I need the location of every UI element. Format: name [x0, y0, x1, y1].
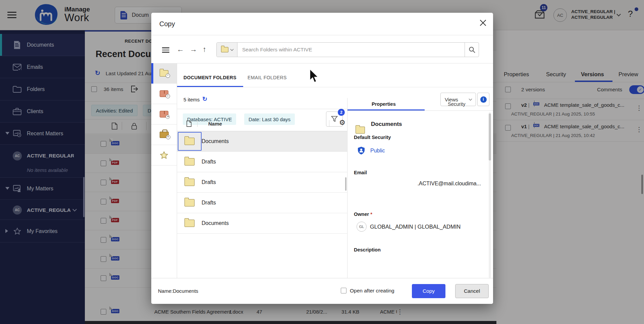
- clock-icon: [166, 94, 170, 98]
- rail-my-matters-icon[interactable]: [151, 104, 177, 125]
- panel-divider: [347, 98, 347, 278]
- folder-row-selected[interactable]: Documents: [177, 131, 347, 152]
- folder-name: Drafts: [202, 200, 216, 206]
- cancel-button[interactable]: Cancel: [455, 284, 489, 298]
- owner-label: Owner *: [354, 212, 372, 217]
- search-button[interactable]: [465, 43, 479, 57]
- items-count: 5 items: [183, 97, 200, 102]
- app-root: iManage Work Docum 11 AC ACTIVE_REGULAR …: [0, 0, 644, 324]
- star-icon: [159, 151, 169, 160]
- search-scope-dropdown[interactable]: [217, 43, 237, 57]
- owner-value: GLOBAL_ADMIN | GLOBAL_ADMIN: [370, 224, 481, 230]
- folder-icon: [184, 158, 195, 166]
- up-icon[interactable]: ↑: [203, 45, 206, 54]
- list-settings-gear-icon[interactable]: ⚙: [339, 119, 345, 127]
- mouse-cursor: [309, 69, 319, 84]
- tab-email-folders[interactable]: EMAIL FOLDERS: [248, 75, 287, 80]
- folder-name: Drafts: [202, 159, 216, 165]
- folder-name: Documents: [202, 220, 229, 226]
- divider: [177, 87, 493, 87]
- security-shield-icon: [358, 146, 365, 156]
- dialog-footer: Name:Documents Open after creating Copy …: [151, 278, 493, 304]
- divider: [177, 109, 347, 109]
- search-container: [216, 42, 479, 57]
- folder-icon: [221, 47, 228, 52]
- info-icon: i: [480, 96, 487, 103]
- clock-icon: [166, 74, 170, 78]
- list-header-type-icon[interactable]: [186, 121, 192, 128]
- dialog-tab-properties[interactable]: Properties: [372, 101, 396, 107]
- search-input[interactable]: [237, 47, 465, 53]
- default-security-label: Default Security: [354, 135, 391, 140]
- dialog-left-rail: [151, 63, 177, 278]
- description-label: Description: [354, 247, 381, 252]
- tab-document-folders[interactable]: DOCUMENT FOLDERS: [183, 75, 236, 80]
- dialog-menu-icon[interactable]: [162, 46, 169, 54]
- selected-indicator: [151, 63, 153, 84]
- rail-recent-matters-icon[interactable]: [151, 84, 177, 104]
- list-scrollbar[interactable]: [345, 177, 346, 191]
- funnel-icon: [331, 116, 338, 122]
- folder-name: Documents: [202, 138, 229, 144]
- rail-recent-folders-icon[interactable]: [151, 63, 177, 84]
- folder-row[interactable]: Drafts: [177, 172, 347, 193]
- divider: [151, 63, 493, 63]
- folder-name: Drafts: [202, 179, 216, 185]
- refresh-icon[interactable]: ↻: [202, 95, 207, 103]
- panel-scrollbar-thumb[interactable]: [489, 113, 491, 160]
- back-icon[interactable]: ←: [177, 45, 184, 54]
- rail-favorites-icon[interactable]: [151, 145, 177, 166]
- rail-recent-clients-icon[interactable]: [151, 125, 177, 145]
- divider: [197, 120, 198, 127]
- required-asterisk: *: [370, 212, 372, 217]
- copy-dialog: Copy ← → ↑: [151, 13, 493, 304]
- open-after-label: Open after creating: [350, 288, 394, 294]
- list-name-header[interactable]: Name: [208, 121, 222, 127]
- folder-icon: [184, 179, 195, 186]
- chevron-down-icon: [469, 97, 472, 101]
- copy-button[interactable]: Copy: [412, 284, 445, 298]
- folder-row[interactable]: Drafts: [177, 152, 347, 172]
- folder-icon: [184, 199, 195, 206]
- info-button[interactable]: i: [477, 93, 489, 106]
- forward-icon[interactable]: →: [190, 45, 197, 54]
- dialog-tab-security[interactable]: Security: [448, 101, 465, 107]
- folder-icon: [356, 127, 365, 134]
- search-icon: [469, 46, 475, 53]
- email-label: Email: [354, 170, 367, 175]
- divider: [151, 35, 493, 35]
- divider: [347, 110, 493, 111]
- owner-avatar: GL: [357, 222, 367, 232]
- folder-icon: [184, 138, 195, 145]
- chip-date[interactable]: Date: Last 30 days: [244, 113, 295, 125]
- footer-name: Name:Documents: [158, 288, 198, 294]
- open-after-checkbox[interactable]: [341, 288, 346, 293]
- divider: [329, 120, 329, 127]
- dialog-title: Copy: [159, 20, 175, 28]
- folder-row[interactable]: Drafts: [177, 193, 347, 213]
- folder-row[interactable]: Documents: [177, 213, 347, 234]
- selected-folder-name: Documents: [371, 121, 402, 128]
- filter-count-badge: 2: [338, 109, 345, 116]
- chevron-down-icon: [230, 48, 233, 51]
- clock-icon: [166, 135, 170, 139]
- security-value[interactable]: Public: [370, 148, 385, 154]
- email-value: .ACTIVE@mail.cloudima...: [386, 181, 481, 187]
- folder-icon: [184, 220, 195, 227]
- person-icon: [166, 115, 170, 119]
- close-icon[interactable]: [480, 19, 486, 25]
